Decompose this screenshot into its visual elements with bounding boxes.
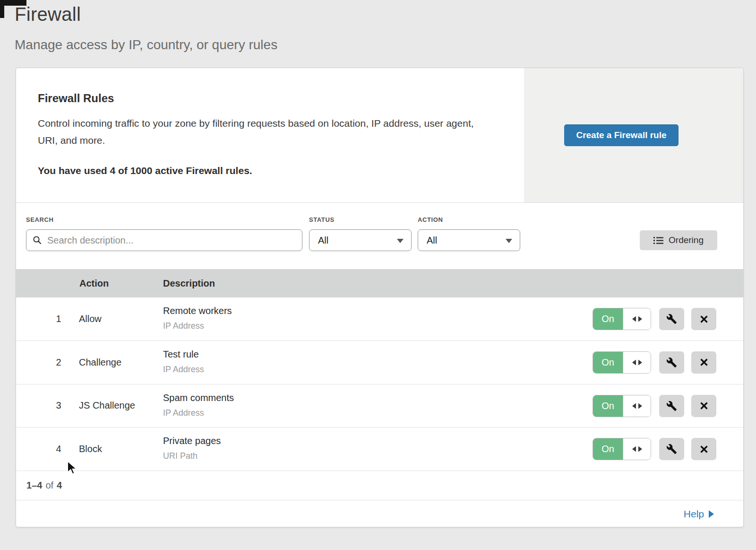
action-select-value: All — [427, 235, 437, 246]
rule-action: Block — [79, 428, 102, 471]
rule-priority: 1 — [48, 297, 69, 340]
page-subtitle: Manage access by IP, country, or query r… — [15, 37, 277, 52]
x-icon — [700, 358, 708, 367]
edit-rule-button[interactable] — [659, 308, 684, 330]
action-label: ACTION — [418, 216, 520, 223]
left-right-arrows-icon[interactable] — [623, 395, 651, 417]
firewall-rules-card: Firewall Rules Control incoming traffic … — [16, 68, 744, 527]
rule-toggle[interactable]: On — [593, 308, 651, 330]
rule-description-block: Remote workers IP Address — [163, 305, 232, 332]
help-link-label: Help — [684, 508, 704, 520]
create-firewall-rule-button[interactable]: Create a Firewall rule — [564, 124, 678, 146]
pagination-of-label: of — [45, 480, 53, 491]
edit-rule-button[interactable] — [659, 395, 684, 417]
wrench-icon — [666, 401, 677, 411]
ordering-button[interactable]: Ordering — [640, 230, 717, 250]
usage-note: You have used 4 of 1000 active Firewall … — [38, 165, 498, 176]
chevron-down-icon — [506, 239, 512, 243]
list-lines-icon — [653, 236, 663, 244]
pagination-range: 1–4 — [26, 480, 42, 491]
ordering-button-label: Ordering — [669, 235, 704, 245]
rule-row: 2 Challenge Test rule IP Address On — [16, 340, 743, 384]
rule-action: Challenge — [79, 341, 121, 384]
left-right-arrows-icon[interactable] — [623, 352, 651, 373]
create-rule-panel: Create a Firewall rule — [524, 68, 743, 202]
chevron-down-icon — [397, 239, 404, 243]
rule-description: Remote workers — [163, 305, 232, 317]
status-select[interactable]: All — [309, 229, 412, 251]
hero-title: Firewall Rules — [38, 92, 498, 105]
rule-toggle[interactable]: On — [593, 438, 651, 460]
delete-rule-button[interactable] — [691, 395, 716, 417]
toggle-on-segment[interactable]: On — [593, 352, 623, 373]
rule-description: Private pages — [163, 435, 221, 447]
rule-row: 1 Allow Remote workers IP Address On — [16, 297, 743, 340]
rule-toggle[interactable]: On — [593, 351, 651, 374]
help-bar: Help — [16, 500, 743, 527]
pagination-total: 4 — [57, 480, 62, 491]
table-header: Action Description — [16, 269, 743, 297]
status-select-value: All — [318, 235, 328, 246]
rule-description-block: Test rule IP Address — [163, 348, 204, 375]
rule-match-type: URI Path — [163, 450, 221, 462]
rule-row: 3 JS Challenge Spam comments IP Address … — [16, 384, 743, 428]
x-icon — [700, 315, 708, 323]
filters-bar: SEARCH STATUS All ACTION All — [16, 203, 743, 269]
delete-rule-button[interactable] — [691, 308, 716, 330]
toggle-on-segment[interactable]: On — [593, 395, 623, 417]
rule-match-type: IP Address — [163, 407, 234, 419]
rule-toggle[interactable]: On — [593, 395, 651, 417]
wrench-icon — [666, 444, 677, 454]
rule-priority: 4 — [48, 428, 69, 471]
rule-description: Spam comments — [163, 392, 234, 404]
rule-action: JS Challenge — [79, 384, 135, 428]
rule-priority: 2 — [48, 341, 69, 384]
help-link[interactable]: Help — [684, 508, 714, 520]
edit-rule-button[interactable] — [659, 351, 684, 374]
wrench-icon — [666, 314, 677, 324]
left-right-arrows-icon[interactable] — [623, 308, 651, 330]
rule-description-block: Private pages URI Path — [163, 435, 221, 462]
caret-right-icon — [709, 510, 714, 518]
search-label: SEARCH — [26, 216, 302, 223]
x-icon — [700, 402, 708, 410]
toggle-on-segment[interactable]: On — [593, 308, 623, 330]
rule-description-block: Spam comments IP Address — [163, 392, 234, 419]
toggle-on-segment[interactable]: On — [593, 438, 623, 460]
rules-table-body: 1 Allow Remote workers IP Address On 2 C… — [16, 297, 743, 471]
rule-match-type: IP Address — [163, 364, 204, 375]
column-header-action: Action — [79, 269, 109, 297]
delete-rule-button[interactable] — [691, 438, 716, 460]
column-header-description: Description — [163, 269, 215, 297]
window-edge-left — [0, 0, 4, 18]
x-icon — [700, 445, 708, 454]
rule-action: Allow — [79, 297, 102, 340]
rule-description: Test rule — [163, 348, 204, 360]
hero-description: Control incoming traffic to your zone by… — [38, 115, 491, 149]
pagination: 1–4 of 4 — [16, 471, 743, 500]
search-icon — [33, 236, 42, 246]
status-label: STATUS — [309, 216, 412, 223]
wrench-icon — [666, 357, 677, 368]
rule-priority: 3 — [48, 384, 69, 428]
left-right-arrows-icon[interactable] — [623, 438, 651, 460]
search-input[interactable] — [26, 229, 302, 251]
page-title: Firewall — [15, 4, 81, 25]
edit-rule-button[interactable] — [659, 438, 684, 460]
rule-row: 4 Block Private pages URI Path On — [16, 427, 743, 471]
delete-rule-button[interactable] — [691, 351, 716, 374]
rule-match-type: IP Address — [163, 320, 232, 332]
action-select[interactable]: All — [418, 229, 520, 251]
hero-section: Firewall Rules Control incoming traffic … — [16, 68, 743, 203]
